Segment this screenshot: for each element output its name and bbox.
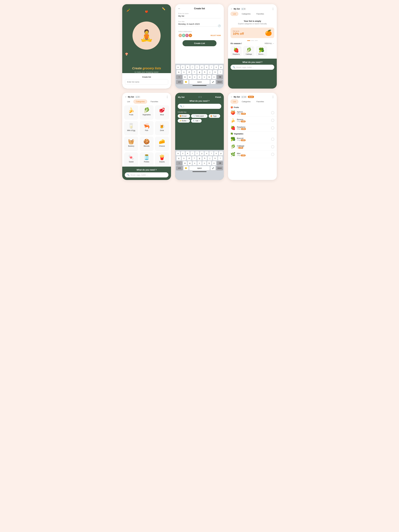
key-w[interactable]: w bbox=[188, 75, 192, 79]
tab-favorites[interactable]: Favorites bbox=[148, 100, 161, 104]
select-now-button[interactable]: SELECT NOW bbox=[211, 35, 221, 36]
raspberry-checkbox[interactable] bbox=[271, 127, 274, 129]
key-l[interactable]: l bbox=[218, 156, 223, 160]
key-g[interactable]: g bbox=[197, 156, 202, 160]
key-m[interactable]: m bbox=[183, 75, 187, 79]
key-b[interactable]: b bbox=[207, 161, 211, 165]
key-f[interactable]: f bbox=[192, 70, 197, 74]
key-e[interactable]: e bbox=[186, 65, 190, 69]
mic-key[interactable]: 🎤 bbox=[211, 80, 216, 84]
search-bar[interactable]: 🔍 Bread, eggs, butter ... bbox=[231, 65, 274, 70]
chip-eggs[interactable]: 🥚 Eggs ✕ bbox=[209, 114, 220, 118]
chip-bread[interactable]: 🍞 Bread ✕ bbox=[178, 114, 190, 118]
key-c[interactable]: c bbox=[197, 161, 201, 165]
finish-button[interactable]: Finish bbox=[215, 96, 221, 98]
key-p[interactable]: p bbox=[219, 65, 223, 69]
view-all-button[interactable]: VIEW ALL → bbox=[264, 43, 274, 44]
search-bar[interactable]: 🔍 Bread, eggs, butter ... bbox=[125, 172, 168, 177]
key-f[interactable]: f bbox=[192, 156, 197, 160]
key-s[interactable]: s bbox=[182, 70, 186, 74]
key-z[interactable]: z bbox=[181, 65, 185, 69]
key-k[interactable]: k bbox=[213, 70, 217, 74]
shift-key[interactable]: ⇧ bbox=[176, 161, 182, 165]
key-r[interactable]: r bbox=[190, 151, 194, 156]
season-item-broccoli[interactable]: 🥦 Brocco... bbox=[256, 46, 267, 56]
create-list-button[interactable]: Create List bbox=[182, 40, 217, 46]
tab-list[interactable]: List bbox=[125, 100, 132, 104]
back-arrow-icon[interactable]: ← bbox=[125, 96, 127, 98]
key-q[interactable]: q bbox=[176, 70, 181, 74]
key-x[interactable]: x bbox=[193, 161, 197, 165]
mint-checkbox[interactable] bbox=[271, 153, 274, 156]
back-button[interactable]: ← bbox=[178, 7, 181, 10]
key-t[interactable]: t bbox=[195, 65, 199, 69]
tab-list[interactable]: List bbox=[231, 12, 238, 16]
key-n[interactable]: n bbox=[212, 75, 216, 79]
key-x[interactable]: x bbox=[193, 75, 197, 79]
more-options-icon[interactable]: ⋮ bbox=[272, 7, 274, 10]
list-name-input[interactable] bbox=[125, 79, 168, 85]
key-v[interactable]: v bbox=[202, 75, 206, 79]
key-z[interactable]: z bbox=[181, 151, 185, 156]
cat-pickles[interactable]: 🫙 Pickles bbox=[140, 152, 154, 167]
tab-list[interactable]: List bbox=[231, 100, 238, 104]
promo-banner[interactable]: Get up to 10% off 🍊 bbox=[231, 28, 274, 38]
key-b[interactable]: b bbox=[207, 75, 211, 79]
key-h[interactable]: h bbox=[202, 70, 207, 74]
tab-favorites[interactable]: Favorites bbox=[254, 12, 266, 16]
key-l[interactable]: l bbox=[218, 70, 223, 74]
tab-categories[interactable]: Categories bbox=[239, 12, 253, 16]
key-c[interactable]: c bbox=[197, 75, 201, 79]
key-d[interactable]: d bbox=[187, 70, 191, 74]
key-a[interactable]: a bbox=[176, 65, 180, 69]
key-k[interactable]: k bbox=[213, 156, 217, 160]
more-options-icon[interactable]: ⋮ bbox=[272, 95, 274, 98]
season-item-raspberry[interactable]: ☆ 🍓 Raspberry bbox=[231, 46, 242, 56]
tab-categories[interactable]: Categories bbox=[133, 100, 147, 104]
emoji-key[interactable]: 🙂 bbox=[183, 80, 188, 84]
key-i[interactable]: i bbox=[209, 65, 213, 69]
cat-snacks[interactable]: 🍟 Snacks bbox=[155, 152, 169, 167]
broccoli-checkbox[interactable] bbox=[271, 138, 274, 141]
emoji-key[interactable]: 🙂 bbox=[183, 166, 188, 170]
key-s[interactable]: s bbox=[182, 156, 186, 160]
chip-butter[interactable]: 🧈 Butter ✕ bbox=[178, 119, 190, 123]
cat-vegetables[interactable]: 🥬 Vegetables bbox=[140, 105, 154, 120]
cat-fruits[interactable]: 🍌 Fruits bbox=[124, 105, 138, 120]
chip-salt[interactable]: 🧂 Salt ✕ bbox=[191, 119, 202, 123]
banana-checkbox[interactable] bbox=[271, 119, 274, 122]
backspace-key[interactable]: ⌫ bbox=[217, 75, 223, 79]
season-item-cabbage[interactable]: ☆ 🥬 Cabbage bbox=[243, 46, 255, 56]
key-j[interactable]: j bbox=[208, 156, 212, 160]
cat-milk-egg[interactable]: 🥛 Milk & Egg bbox=[124, 121, 138, 135]
space-key[interactable]: space bbox=[189, 80, 210, 84]
tab-favorites[interactable]: Favorites bbox=[254, 100, 266, 104]
key-i[interactable]: i bbox=[209, 151, 213, 156]
return-key[interactable]: return bbox=[216, 80, 223, 84]
key-v[interactable]: v bbox=[202, 161, 206, 165]
return-key[interactable]: return bbox=[216, 166, 223, 170]
key-y[interactable]: y bbox=[200, 65, 204, 69]
cat-biscuits[interactable]: 🍪 Biscuits bbox=[140, 137, 154, 151]
key-j[interactable]: j bbox=[208, 70, 212, 74]
cat-drink[interactable]: 🍺 Drink bbox=[155, 121, 169, 135]
cat-cheeze[interactable]: 🧀 Cheeze bbox=[155, 137, 169, 151]
search-input[interactable] bbox=[183, 105, 219, 108]
numbers-key[interactable]: 123 bbox=[176, 80, 183, 84]
remove-butter-icon[interactable]: ✕ bbox=[187, 120, 188, 122]
search-bar[interactable]: 🔍 bbox=[178, 104, 221, 109]
cat-meat[interactable]: 🥩 Meat bbox=[155, 105, 169, 120]
key-u[interactable]: u bbox=[205, 65, 209, 69]
remove-bread-icon[interactable]: ✕ bbox=[187, 115, 188, 117]
shift-key[interactable]: ⇧ bbox=[176, 75, 182, 79]
key-e[interactable]: e bbox=[186, 151, 190, 156]
space-key[interactable]: space bbox=[189, 166, 210, 170]
key-g[interactable]: g bbox=[197, 70, 202, 74]
numbers-key[interactable]: 123 bbox=[176, 166, 183, 170]
back-arrow-icon[interactable]: ← bbox=[231, 8, 233, 10]
key-o[interactable]: o bbox=[214, 65, 218, 69]
key-y[interactable]: y bbox=[200, 151, 204, 156]
key-a[interactable]: a bbox=[176, 151, 180, 156]
chip-toilet-paper[interactable]: 🧻 Toilet paper ✕ bbox=[191, 114, 207, 118]
cat-baskery[interactable]: 🧺 Baskery bbox=[124, 137, 138, 151]
